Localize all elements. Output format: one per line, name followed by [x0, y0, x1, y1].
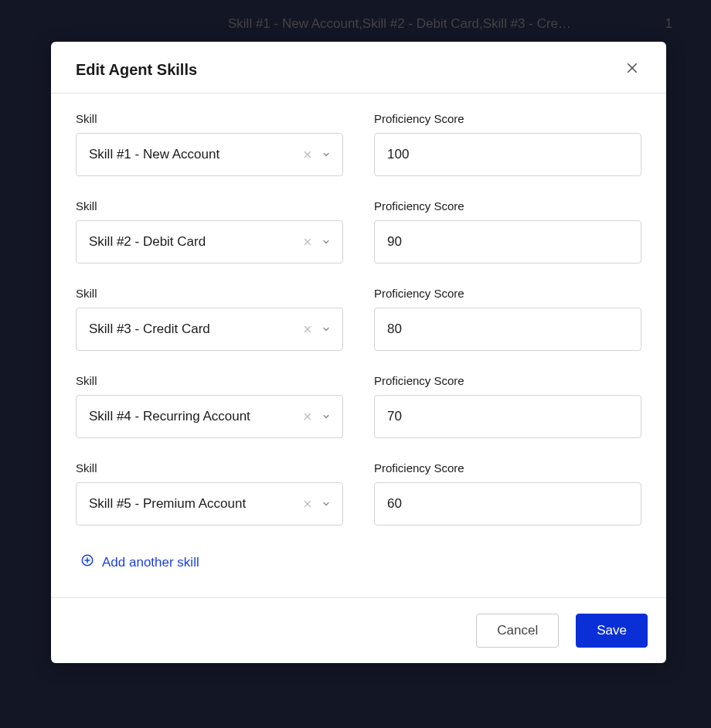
- clear-icon[interactable]: [302, 236, 313, 247]
- modal-footer: Cancel Save: [51, 597, 666, 663]
- chevron-down-icon[interactable]: [321, 149, 332, 160]
- skill-row: Skill Skill #5 - Premium Account Profici…: [76, 461, 641, 526]
- skill-select-value: Skill #1 - New Account: [89, 147, 219, 162]
- proficiency-score-input[interactable]: [374, 220, 641, 264]
- skill-label: Skill: [76, 199, 343, 213]
- skill-label: Skill: [76, 461, 343, 475]
- skill-select-value: Skill #4 - Recurring Account: [89, 409, 250, 424]
- skill-field-group: Skill Skill #2 - Debit Card: [76, 199, 343, 264]
- chevron-down-icon[interactable]: [321, 498, 332, 509]
- proficiency-score-input[interactable]: [374, 133, 641, 176]
- modal-title: Edit Agent Skills: [76, 61, 197, 79]
- skill-label: Skill: [76, 374, 343, 387]
- score-label: Proficiency Score: [374, 287, 641, 300]
- chevron-down-icon[interactable]: [321, 236, 332, 247]
- score-label: Proficiency Score: [374, 461, 641, 475]
- skill-field-group: Skill Skill #1 - New Account: [76, 112, 343, 176]
- skill-select[interactable]: Skill #2 - Debit Card: [76, 220, 343, 264]
- skill-row: Skill Skill #2 - Debit Card Proficiency …: [76, 199, 641, 264]
- add-another-skill-button[interactable]: Add another skill: [74, 549, 206, 576]
- skill-select-value: Skill #2 - Debit Card: [89, 234, 206, 250]
- score-label: Proficiency Score: [374, 112, 641, 125]
- skill-select[interactable]: Skill #3 - Credit Card: [76, 308, 343, 351]
- skill-row: Skill Skill #3 - Credit Card Proficiency…: [76, 287, 641, 351]
- skill-select[interactable]: Skill #4 - Recurring Account: [76, 395, 343, 438]
- skill-row: Skill Skill #4 - Recurring Account Profi…: [76, 374, 641, 438]
- score-field-group: Proficiency Score: [374, 287, 641, 351]
- skill-field-group: Skill Skill #3 - Credit Card: [76, 287, 343, 351]
- clear-icon[interactable]: [302, 324, 313, 335]
- clear-icon[interactable]: [302, 149, 313, 160]
- skill-label: Skill: [76, 112, 343, 125]
- chevron-down-icon[interactable]: [321, 324, 332, 335]
- plus-circle-icon: [80, 553, 94, 571]
- score-field-group: Proficiency Score: [374, 199, 641, 264]
- skill-row: Skill Skill #1 - New Account Proficiency…: [76, 112, 641, 176]
- clear-icon[interactable]: [302, 498, 313, 509]
- modal-body: Skill Skill #1 - New Account Proficiency…: [51, 94, 666, 597]
- close-icon: [625, 61, 639, 78]
- skill-select-value: Skill #3 - Credit Card: [89, 321, 210, 337]
- cancel-button[interactable]: Cancel: [476, 614, 559, 648]
- modal-header: Edit Agent Skills: [51, 42, 666, 94]
- proficiency-score-input[interactable]: [374, 395, 641, 438]
- background-skills-summary: Skill #1 - New Account,Skill #2 - Debit …: [228, 16, 649, 32]
- clear-icon[interactable]: [302, 411, 313, 422]
- skill-field-group: Skill Skill #5 - Premium Account: [76, 461, 343, 526]
- skill-select-value: Skill #5 - Premium Account: [89, 496, 246, 512]
- score-field-group: Proficiency Score: [374, 112, 641, 176]
- score-label: Proficiency Score: [374, 199, 641, 213]
- add-another-skill-label: Add another skill: [102, 555, 199, 570]
- background-table-row: Skill #1 - New Account,Skill #2 - Debit …: [0, 0, 711, 48]
- score-field-group: Proficiency Score: [374, 461, 641, 526]
- score-field-group: Proficiency Score: [374, 374, 641, 438]
- background-count: 1: [649, 16, 688, 32]
- skill-field-group: Skill Skill #4 - Recurring Account: [76, 374, 343, 438]
- skill-label: Skill: [76, 287, 343, 300]
- skill-select[interactable]: Skill #5 - Premium Account: [76, 482, 343, 526]
- proficiency-score-input[interactable]: [374, 308, 641, 351]
- skill-select[interactable]: Skill #1 - New Account: [76, 133, 343, 176]
- proficiency-score-input[interactable]: [374, 482, 641, 526]
- edit-agent-skills-modal: Edit Agent Skills Skill Skill #1 - New A…: [51, 42, 666, 663]
- score-label: Proficiency Score: [374, 374, 641, 387]
- close-button[interactable]: [623, 60, 641, 79]
- save-button[interactable]: Save: [576, 614, 648, 648]
- chevron-down-icon[interactable]: [321, 411, 332, 422]
